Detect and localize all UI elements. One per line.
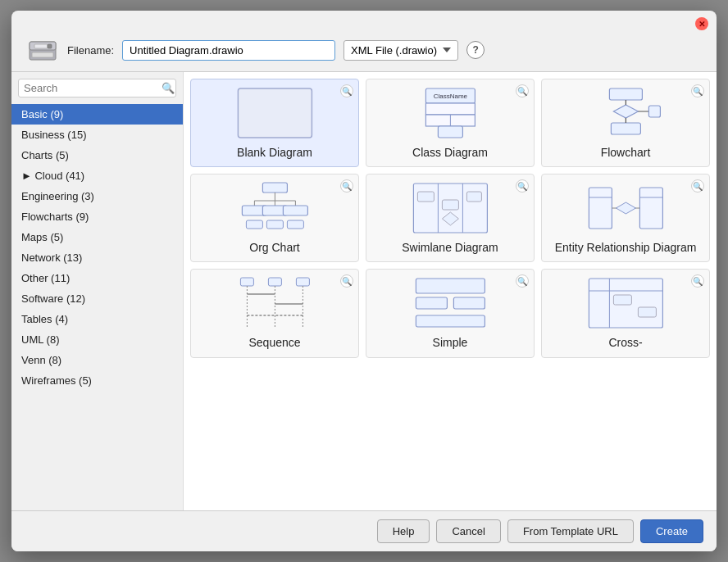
svg-rect-29 <box>266 220 283 229</box>
svg-rect-2 <box>34 44 48 48</box>
svg-rect-60 <box>613 295 631 305</box>
svg-rect-45 <box>268 278 281 286</box>
new-diagram-dialog: ✕ Filename: XML File (.drawio) ? 🔍 <box>11 11 717 551</box>
svg-rect-40 <box>639 188 662 229</box>
template-card-sequence[interactable]: 🔍 Sequence <box>190 269 359 357</box>
filename-label: Filename: <box>67 44 114 57</box>
format-select[interactable]: XML File (.drawio) <box>344 40 458 61</box>
help-button[interactable]: Help <box>377 519 430 543</box>
sidebar-item-maps[interactable]: Maps (5) <box>11 227 183 247</box>
svg-rect-10 <box>438 126 462 138</box>
from-template-url-button[interactable]: From Template URL <box>507 519 634 543</box>
template-name-simple: Simple <box>433 335 468 350</box>
sidebar-item-venn[interactable]: Venn (8) <box>11 350 183 370</box>
sidebar-item-network[interactable]: Network (13) <box>11 247 183 268</box>
filename-input[interactable] <box>122 40 335 61</box>
template-name-flowchart: Flowchart <box>601 145 651 160</box>
svg-rect-53 <box>416 279 485 293</box>
template-thumb-simple <box>371 274 529 332</box>
template-thumb-swimlane <box>371 179 529 237</box>
sidebar: 🔍 Basic (9)Business (15)Charts (5)► Clou… <box>11 72 184 510</box>
svg-rect-56 <box>416 315 485 327</box>
svg-rect-14 <box>611 123 640 134</box>
template-thumb-sequence <box>196 274 353 332</box>
svg-text:ClassName: ClassName <box>433 93 467 100</box>
template-name-swimlane: Swimlane Diagram <box>402 240 498 255</box>
template-thumb-blank <box>196 84 353 142</box>
sidebar-item-uml[interactable]: UML (8) <box>11 329 183 350</box>
svg-rect-4 <box>32 52 53 57</box>
template-card-orgchart[interactable]: 🔍 Org Chart <box>190 174 359 262</box>
svg-rect-55 <box>453 297 485 309</box>
svg-rect-28 <box>246 220 262 229</box>
close-button[interactable]: ✕ <box>695 17 708 30</box>
cancel-button[interactable]: Cancel <box>436 519 500 543</box>
svg-rect-27 <box>283 206 307 215</box>
svg-rect-12 <box>609 88 642 100</box>
template-card-swimlane[interactable]: 🔍 Swimlane Diagram <box>366 174 535 262</box>
search-icon: 🔍 <box>162 82 175 94</box>
svg-rect-8 <box>425 103 475 115</box>
svg-rect-30 <box>287 220 303 229</box>
sidebar-item-charts[interactable]: Charts (5) <box>11 145 183 165</box>
main-area: 🔍 Basic (9)Business (15)Charts (5)► Clou… <box>11 71 717 510</box>
svg-rect-3 <box>48 44 52 48</box>
create-button[interactable]: Create <box>640 519 703 543</box>
svg-rect-38 <box>589 188 612 229</box>
svg-rect-34 <box>417 192 434 202</box>
template-name-sequence: Sequence <box>248 335 300 350</box>
sidebar-item-business[interactable]: Business (15) <box>11 125 183 145</box>
svg-rect-54 <box>416 297 447 309</box>
template-thumb-flowchart <box>547 84 704 142</box>
sidebar-item-engineering[interactable]: Engineering (3) <box>11 186 183 206</box>
zoom-icon-orgchart[interactable]: 🔍 <box>340 179 353 193</box>
zoom-icon-blank[interactable]: 🔍 <box>340 84 353 97</box>
sidebar-item-cloud[interactable]: ► Cloud (41) <box>11 165 183 186</box>
sidebar-item-wireframes[interactable]: Wireframes (5) <box>11 370 183 391</box>
zoom-icon-swimlane[interactable]: 🔍 <box>516 179 529 193</box>
template-card-er[interactable]: 🔍 Entity Relationship Diagram <box>541 174 710 262</box>
title-bar: ✕ <box>11 11 717 34</box>
sidebar-item-flowcharts[interactable]: Flowcharts (9) <box>11 206 183 227</box>
zoom-icon-class[interactable]: 🔍 <box>516 84 529 97</box>
template-name-orgchart: Org Chart <box>249 240 299 255</box>
svg-rect-18 <box>648 106 660 117</box>
zoom-icon-er[interactable]: 🔍 <box>691 179 704 193</box>
search-input[interactable] <box>24 82 162 94</box>
zoom-icon-simple[interactable]: 🔍 <box>516 274 529 288</box>
template-card-class[interactable]: 🔍 ClassName Class Diagram <box>366 79 535 167</box>
template-card-flowchart[interactable]: 🔍 Flowchart <box>541 79 710 167</box>
svg-rect-46 <box>296 278 309 286</box>
sidebar-item-tables[interactable]: Tables (4) <box>11 309 183 329</box>
template-thumb-er <box>547 179 704 237</box>
template-card-cross[interactable]: 🔍 Cross- <box>541 269 710 357</box>
templates-area: 🔍Blank Diagram🔍 ClassName Class Diagram🔍… <box>184 72 717 510</box>
svg-rect-5 <box>238 88 312 138</box>
template-name-blank: Blank Diagram <box>237 145 312 160</box>
svg-rect-44 <box>240 278 253 286</box>
svg-rect-61 <box>638 307 656 317</box>
sidebar-item-other[interactable]: Other (11) <box>11 268 183 288</box>
template-card-simple[interactable]: 🔍 Simple <box>366 269 535 357</box>
svg-rect-35 <box>442 200 458 210</box>
template-thumb-class: ClassName <box>371 84 529 142</box>
header-row: Filename: XML File (.drawio) ? <box>11 34 717 71</box>
footer: Help Cancel From Template URL Create <box>11 510 717 551</box>
zoom-icon-cross[interactable]: 🔍 <box>691 274 704 288</box>
svg-rect-36 <box>466 192 481 202</box>
svg-marker-13 <box>613 105 638 118</box>
zoom-icon-flowchart[interactable]: 🔍 <box>691 84 704 97</box>
template-thumb-orgchart <box>196 179 353 237</box>
disk-icon <box>26 37 59 63</box>
template-name-class: Class Diagram <box>412 145 488 160</box>
format-help-button[interactable]: ? <box>466 41 485 59</box>
svg-marker-43 <box>616 202 635 214</box>
sidebar-item-basic[interactable]: Basic (9) <box>11 104 183 125</box>
sidebar-item-software[interactable]: Software (12) <box>11 288 183 309</box>
svg-rect-19 <box>262 183 287 193</box>
template-card-blank[interactable]: 🔍Blank Diagram <box>190 79 359 167</box>
template-name-er: Entity Relationship Diagram <box>555 240 697 255</box>
category-list: Basic (9)Business (15)Charts (5)► Cloud … <box>11 104 183 510</box>
zoom-icon-sequence[interactable]: 🔍 <box>340 274 353 288</box>
search-box: 🔍 <box>18 79 176 97</box>
